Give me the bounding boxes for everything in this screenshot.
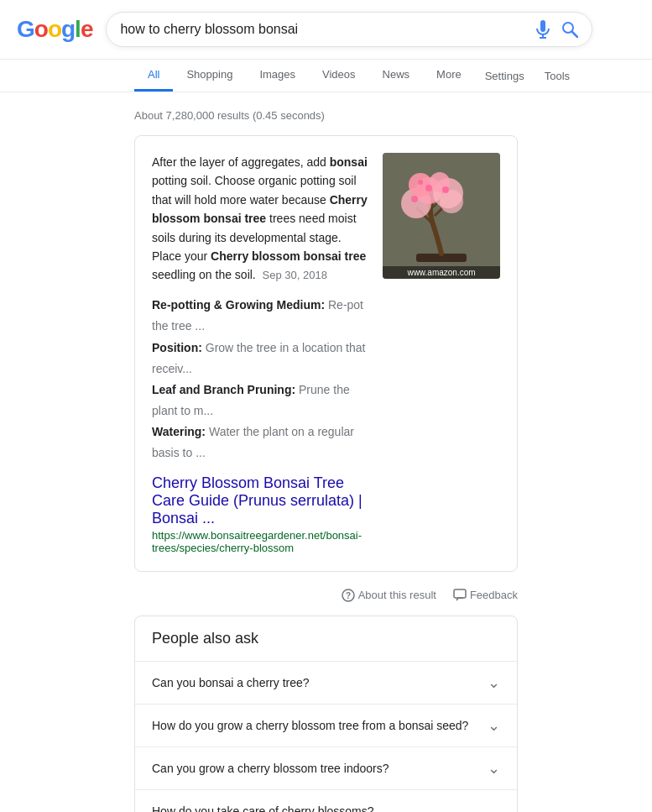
paa-item-2[interactable]: How do you grow a cherry blossom tree fr… [135,704,517,747]
featured-result-url: https://www.bonsaitreegardener.net/bonsa… [152,529,369,554]
paa-question-4: How do you take care of cherry blossoms? [152,804,374,812]
svg-rect-19 [454,589,466,598]
tab-images[interactable]: Images [246,60,309,92]
sub-link-4: Watering: Water the plant on a regular b… [152,422,369,464]
google-logo: Google [17,16,92,43]
about-result-button[interactable]: ? About this result [342,589,436,602]
chevron-down-icon-1: ⌄ [488,673,500,692]
featured-result-title[interactable]: Cherry Blossom Bonsai Tree Care Guide (P… [152,474,369,527]
featured-snippet-card: After the layer of aggregates, add bonsa… [134,135,518,572]
svg-line-4 [572,32,577,37]
tab-videos[interactable]: Videos [309,60,369,92]
featured-image: www.amazon.com [383,153,500,279]
featured-text: After the layer of aggregates, add bonsa… [152,153,369,554]
svg-text:?: ? [346,591,351,600]
svg-point-11 [440,190,463,213]
paa-title: People also ask [135,616,517,661]
svg-point-14 [425,185,432,191]
tab-shopping[interactable]: Shopping [173,60,246,92]
main-content: About 7,280,000 results (0.45 seconds) A… [0,92,652,812]
feedback-button[interactable]: Feedback [453,589,518,602]
sub-link-3: Leaf and Branch Pruning: Prune the plant… [152,380,369,422]
svg-point-15 [442,186,449,193]
paa-item-3[interactable]: Can you grow a cherry blossom tree indoo… [135,747,517,789]
results-count: About 7,280,000 results (0.45 seconds) [134,109,518,122]
meta-row: ? About this result Feedback [134,582,518,609]
info-icon: ? [342,589,355,602]
search-icon[interactable] [561,21,578,38]
tab-all[interactable]: All [134,60,173,92]
chevron-down-icon-2: ⌄ [488,716,500,735]
people-also-ask-section: People also ask Can you bonsai a cherry … [134,616,518,812]
featured-body: After the layer of aggregates, add bonsa… [152,153,369,285]
mic-icon[interactable] [535,19,551,39]
settings-link[interactable]: Settings [475,61,535,91]
svg-point-13 [411,196,418,202]
sub-link-2: Position: Grow the tree in a location th… [152,338,369,380]
chevron-down-icon-4: ⌄ [488,802,500,812]
paa-question-3: Can you grow a cherry blossom tree indoo… [152,762,389,775]
tab-news[interactable]: News [369,60,424,92]
nav-tabs: All Shopping Images Videos News More Set… [0,60,652,92]
paa-question-1: Can you bonsai a cherry tree? [152,676,310,689]
paa-item-4[interactable]: How do you take care of cherry blossoms?… [135,789,517,812]
svg-point-16 [418,180,423,185]
feedback-icon [453,589,467,602]
header: Google [0,0,652,60]
tools-link[interactable]: Tools [535,61,580,91]
chevron-down-icon-3: ⌄ [488,759,500,778]
search-bar[interactable] [106,12,592,47]
sub-link-1: Re-potting & Growing Medium: Re-pot the … [152,295,369,337]
image-source-caption: www.amazon.com [383,266,500,279]
tab-more[interactable]: More [423,60,475,92]
paa-item-1[interactable]: Can you bonsai a cherry tree? ⌄ [135,661,517,704]
search-input[interactable] [120,22,535,37]
featured-date: Sep 30, 2018 [263,269,327,281]
svg-rect-0 [540,20,545,32]
featured-sub-links: Re-potting & Growing Medium: Re-pot the … [152,295,369,464]
paa-question-2: How do you grow a cherry blossom tree fr… [152,719,468,732]
